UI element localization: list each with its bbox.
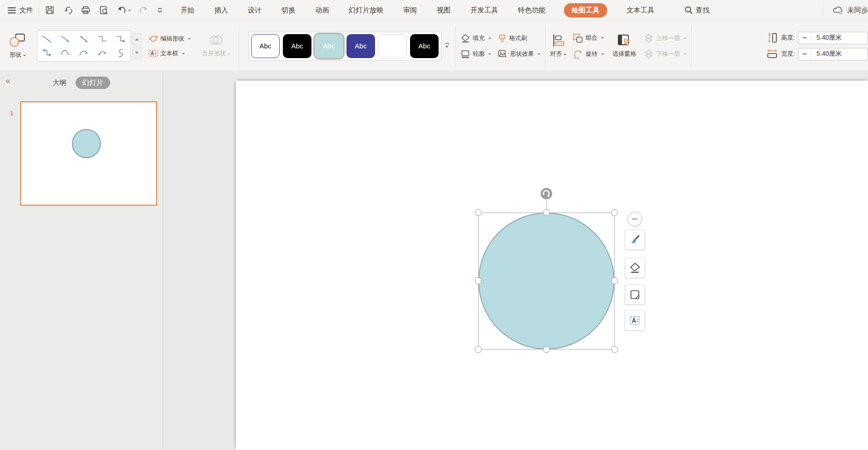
shape-double-arrow[interactable] [78, 34, 90, 44]
sync-status-label: 未同步 [847, 6, 868, 15]
shape-effects-button[interactable]: 形状效果 [498, 49, 540, 59]
align-button[interactable]: 对齐 [550, 34, 566, 58]
tab-view[interactable]: 视图 [437, 6, 451, 15]
edit-shape-button[interactable]: 编辑形状 [148, 35, 191, 43]
shape-line[interactable] [41, 34, 53, 44]
width-decrease-button[interactable] [798, 48, 811, 60]
wps-presentation-window: 文件 开始 插入 设计 切换 动画 幻灯片放映 审阅 视图 开发工具 特色功能 … [0, 0, 868, 450]
collapse-panel-button[interactable]: « [6, 76, 11, 86]
resize-handle-sw[interactable] [475, 346, 482, 353]
rotate-handle-icon [540, 188, 553, 200]
resize-handle-n[interactable] [543, 209, 550, 216]
search-icon [685, 6, 693, 14]
resize-handle-e[interactable] [611, 278, 618, 284]
shape-curve[interactable] [59, 48, 71, 58]
minus-icon [803, 53, 807, 54]
rotate-button[interactable]: 旋转 [573, 49, 604, 59]
customize-toolbar-button[interactable] [157, 7, 163, 13]
float-fill-color-button[interactable] [625, 258, 645, 278]
tab-outline[interactable]: 大纲 [53, 78, 66, 87]
send-backward-label: 下移一层 [656, 50, 680, 58]
tab-design[interactable]: 设计 [248, 6, 262, 15]
style-preset-2[interactable]: Abc [283, 34, 311, 58]
print-button[interactable] [81, 5, 91, 15]
selection-pane-icon [616, 34, 632, 47]
style-gallery: Abc Abc Abc Abc Abc Abc [248, 32, 441, 60]
tab-home[interactable]: 开始 [181, 6, 194, 15]
float-style-brush-button[interactable] [625, 230, 645, 250]
style-preset-6[interactable]: Abc [410, 34, 439, 58]
dropdown-caret [188, 38, 191, 41]
height-field[interactable]: 5.40厘米 [798, 32, 868, 44]
tab-animation[interactable]: 动画 [315, 6, 329, 15]
width-field[interactable]: 5.40厘米 [798, 48, 868, 60]
selected-ellipse-shape[interactable] [478, 213, 615, 349]
group-button[interactable]: 组合 [573, 33, 604, 43]
divider [823, 5, 823, 16]
print-preview-icon [99, 5, 109, 15]
dropdown-caret [228, 53, 230, 56]
resize-handle-se[interactable] [611, 346, 618, 353]
print-preview-button[interactable] [99, 5, 109, 15]
save-button[interactable] [45, 5, 55, 15]
undo-button[interactable] [117, 6, 131, 15]
tab-transition[interactable]: 切换 [282, 6, 295, 15]
format-painter-button[interactable]: 格式刷 [498, 34, 540, 43]
float-outline-button[interactable] [625, 284, 645, 305]
tab-slideshow[interactable]: 幻灯片放映 [349, 6, 383, 15]
fill-button[interactable]: 填充 [460, 34, 491, 43]
sync-status[interactable]: 未同步 [817, 5, 868, 16]
shape-freeform[interactable] [115, 48, 127, 58]
tab-developer[interactable]: 开发工具 [470, 6, 498, 15]
outline-button[interactable]: 轮廓 [460, 49, 491, 59]
shape-elbow-arrow[interactable] [115, 34, 127, 44]
shape-curved-arrow[interactable] [78, 48, 90, 58]
selection-pane-button[interactable]: 选择窗格 [612, 34, 636, 58]
height-icon [767, 32, 778, 43]
style-preset-1[interactable]: Abc [251, 34, 280, 58]
resize-handle-ne[interactable] [611, 209, 618, 216]
rotate-handle[interactable] [540, 188, 553, 202]
text-box-button[interactable]: 文本框 [148, 49, 191, 58]
height-value[interactable]: 5.40厘米 [811, 34, 842, 42]
shape-elbow-connector[interactable] [96, 34, 108, 44]
tab-insert[interactable]: 插入 [214, 6, 228, 15]
redo-button[interactable] [139, 6, 149, 15]
align-label: 对齐 [550, 50, 562, 57]
float-text-format-button[interactable] [625, 310, 645, 331]
collapse-float-toolbar-button[interactable] [628, 212, 642, 226]
resize-handle-s[interactable] [543, 346, 550, 353]
tab-drawing-tools-active[interactable]: 绘图工具 [564, 3, 607, 18]
file-menu[interactable]: 文件 [7, 6, 33, 15]
shape-elbow-double-arrow[interactable] [41, 48, 53, 58]
style-preset-3-selected[interactable]: Abc [315, 34, 343, 58]
width-value[interactable]: 5.40厘米 [811, 50, 842, 58]
output-button[interactable] [63, 5, 73, 15]
tab-review[interactable]: 审阅 [403, 6, 417, 15]
height-decrease-button[interactable] [798, 32, 811, 44]
slide-thumbnail-selected[interactable] [20, 101, 157, 206]
outline-icon [460, 49, 470, 59]
up-arrow-icon [135, 36, 139, 41]
find-button[interactable]: 查找 [685, 6, 710, 15]
shape-arrow[interactable] [59, 34, 71, 44]
style-gallery-more-button[interactable] [443, 43, 451, 49]
selection-pane-label: 选择窗格 [612, 50, 636, 58]
elbow-arrow-icon [115, 34, 127, 44]
shape-curved-double-arrow[interactable] [96, 48, 108, 58]
width-icon [767, 48, 778, 59]
save-icon [45, 5, 55, 15]
tab-slides-active[interactable]: 幻灯片 [76, 77, 110, 89]
shapes-button[interactable]: 形状 [4, 33, 31, 59]
align-icon [551, 34, 565, 47]
gallery-scroll-down-button[interactable] [132, 47, 141, 59]
tab-text-tools[interactable]: 文本工具 [627, 6, 654, 15]
style-preset-5[interactable]: Abc [378, 34, 407, 58]
style-preset-4[interactable]: Abc [346, 34, 375, 58]
resize-handle-nw[interactable] [475, 209, 482, 216]
dropdown-caret [182, 53, 185, 56]
gallery-scroll-up-button[interactable] [132, 33, 141, 46]
tab-special-features[interactable]: 特色功能 [518, 6, 545, 15]
shape-effects-icon [498, 49, 508, 59]
resize-handle-w[interactable] [475, 278, 482, 284]
